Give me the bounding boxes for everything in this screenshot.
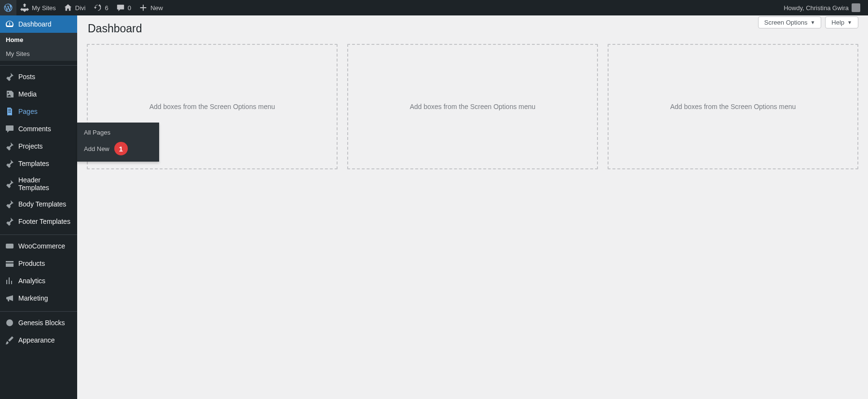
greeting-text: Howdy, Christina Gwira [784,4,849,12]
menu-label: Templates [18,160,49,167]
flyout-label: All Pages [84,129,110,136]
menu-separator [0,309,77,312]
updates-count: 6 [105,4,108,12]
menu-label: Genesis Blocks [18,319,65,327]
pushpin-icon [5,72,14,82]
screen-meta-toggles: Screen Options ▼ Help ▼ [758,16,858,28]
sidebar-item-pages[interactable]: Pages [0,103,77,120]
sidebar-item-woocommerce[interactable]: WooCommerce [0,237,77,255]
user-avatar-icon [852,3,860,12]
dashboard-dropzone[interactable]: Add boxes from the Screen Options menu [608,44,858,169]
pushpin-icon [5,159,14,168]
toggle-label: Screen Options [764,19,808,26]
menu-label: Media [18,90,37,98]
menu-label: Dashboard [18,20,52,28]
update-icon [94,3,102,12]
new-content-label: New [150,4,163,12]
pages-flyout-submenu: All Pages Add New 1 [77,123,159,162]
toggle-label: Help [831,19,844,26]
network-icon [20,3,29,12]
pushpin-icon [5,179,14,189]
menu-label: Appearance [18,336,55,344]
menu-label: Analytics [18,277,45,285]
sidebar-item-dashboard[interactable]: Dashboard [0,15,77,33]
menu-separator [0,63,77,66]
sidebar-item-templates[interactable]: Templates [0,155,77,172]
empty-hint: Add boxes from the Screen Options menu [410,103,536,110]
menu-label: Posts [18,73,35,81]
user-menu[interactable]: Howdy, Christina Gwira [780,0,864,15]
dashboard-columns: Add boxes from the Screen Options menu A… [87,44,858,169]
chevron-down-icon: ▼ [810,20,815,25]
sidebar-item-products[interactable]: Products [0,255,77,272]
sidebar-item-footer-templates[interactable]: Footer Templates [0,213,77,230]
menu-label: Pages [18,108,38,115]
new-content-menu[interactable]: New [135,0,167,15]
sidebar-item-genesis-blocks[interactable]: Genesis Blocks [0,314,77,331]
sidebar-item-body-templates[interactable]: Body Templates [0,195,77,213]
page-icon [5,107,14,116]
menu-label: Body Templates [18,200,66,208]
admin-bar: My Sites Divi 6 0 New [0,0,868,15]
admin-bar-right: Howdy, Christina Gwira [780,0,864,15]
menu-label: WooCommerce [18,242,65,250]
site-name-label: Divi [75,4,86,12]
plus-icon [139,3,148,12]
empty-hint: Add boxes from the Screen Options menu [149,103,275,110]
chevron-down-icon: ▼ [847,20,852,25]
home-icon [64,3,72,12]
media-icon [5,89,14,99]
wordpress-logo-icon [4,3,13,12]
menu-label: Footer Templates [18,218,70,225]
admin-bar-left: My Sites Divi 6 0 New [0,0,167,15]
menu-label: Header Templates [18,176,72,192]
flyout-label: Add New [84,145,109,152]
brush-icon [5,335,14,345]
megaphone-icon [5,293,14,303]
dashboard-dropzone[interactable]: Add boxes from the Screen Options menu [347,44,598,169]
sidebar-item-posts[interactable]: Posts [0,68,77,85]
chart-bar-icon [5,276,14,286]
products-icon [5,259,14,268]
pushpin-icon [5,217,14,226]
wp-logo-menu[interactable] [0,0,16,15]
comments-menu[interactable]: 0 [112,0,135,15]
comments-count: 0 [128,4,131,12]
genesis-icon [5,318,14,328]
sidebar-item-comments[interactable]: Comments [0,120,77,138]
sidebar-item-header-templates[interactable]: Header Templates [0,172,77,195]
sidebar-item-media[interactable]: Media [0,85,77,103]
pushpin-icon [5,199,14,209]
main-content: Screen Options ▼ Help ▼ Dashboard Add bo… [77,15,868,399]
admin-sidebar: Dashboard Home My Sites Posts Media Page… [0,15,77,399]
menu-label: Products [18,260,45,267]
sidebar-item-projects[interactable]: Projects [0,138,77,155]
dashboard-submenu: Home My Sites [0,33,77,61]
screen-options-toggle[interactable]: Screen Options ▼ [758,16,822,28]
menu-label: Projects [18,142,43,150]
flyout-item-add-new[interactable]: Add New 1 [77,139,159,158]
svg-rect-0 [6,244,14,248]
help-toggle[interactable]: Help ▼ [825,16,858,28]
svg-point-1 [6,319,13,326]
submenu-item-my-sites[interactable]: My Sites [0,47,77,61]
menu-label: Marketing [18,294,48,302]
empty-hint: Add boxes from the Screen Options menu [670,103,796,110]
my-sites-menu[interactable]: My Sites [16,0,60,15]
comment-icon [5,124,14,134]
menu-separator [0,233,77,235]
sidebar-item-marketing[interactable]: Marketing [0,289,77,307]
flyout-item-all-pages[interactable]: All Pages [77,126,159,139]
comment-icon [116,3,125,12]
updates-menu[interactable]: 6 [90,0,112,15]
woocommerce-icon [5,241,14,251]
callout-badge: 1 [114,142,128,155]
sidebar-item-appearance[interactable]: Appearance [0,331,77,349]
dashboard-icon [5,19,14,29]
site-name-menu[interactable]: Divi [60,0,90,15]
sidebar-item-analytics[interactable]: Analytics [0,272,77,289]
menu-label: Comments [18,125,51,133]
pushpin-icon [5,141,14,151]
page-title: Dashboard [87,15,858,44]
submenu-item-home[interactable]: Home [0,33,77,47]
